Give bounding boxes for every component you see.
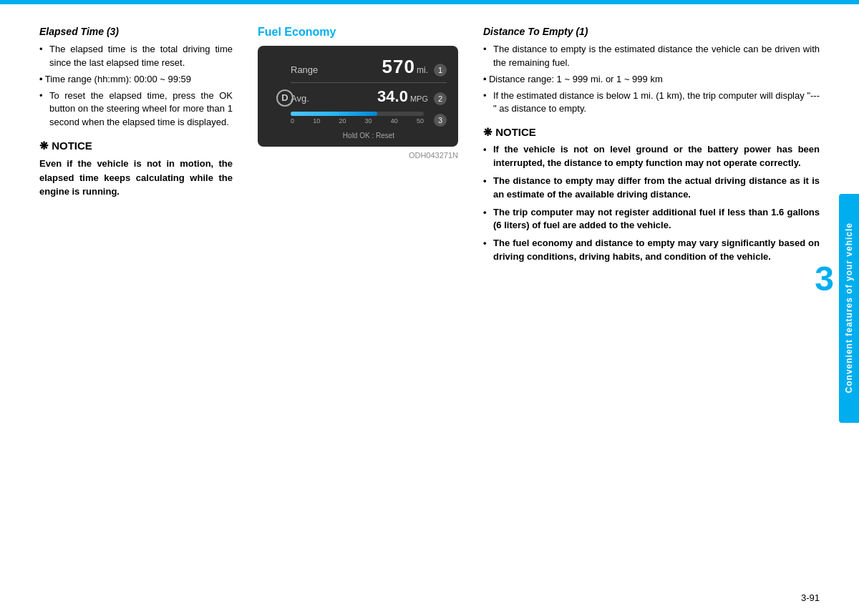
fuel-economy-title: Fuel Economy xyxy=(258,26,458,39)
hold-ok-text: Hold OK : Reset xyxy=(343,132,394,140)
circle-3: 3 xyxy=(434,114,447,127)
sidebar-text: Convenient features of your vehicle xyxy=(844,223,854,393)
bullet-1-sub: - Time range (hh:mm): 00:00 ~ 99:59 xyxy=(39,73,233,87)
elapsed-time-bullets: The elapsed time is the total driving ti… xyxy=(39,43,233,129)
page-number: 3-91 xyxy=(801,592,820,603)
avg-unit: MPG xyxy=(410,94,428,103)
distance-title: Distance To Empty (1) xyxy=(483,26,820,37)
gauge-row: 0 10 20 30 40 50 3 xyxy=(291,112,447,129)
circle-2: 2 xyxy=(434,92,447,105)
notice-right-bullets: If the vehicle is not on level ground or… xyxy=(483,143,820,264)
circle-1: 1 xyxy=(434,64,447,77)
bullet-1: The elapsed time is the total driving ti… xyxy=(39,43,233,70)
right-column: Distance To Empty (1) The distance to em… xyxy=(469,26,820,602)
fuel-avg-row: Avg. 34.0 MPG 2 xyxy=(291,87,447,106)
left-column: Elapsed Time (3) The elapsed time is the… xyxy=(39,26,247,602)
tick-40: 40 xyxy=(391,117,398,124)
elapsed-time-title: Elapsed Time (3) xyxy=(39,26,233,37)
middle-column: Fuel Economy D Range 570 mi. 1 Avg. xyxy=(247,26,469,602)
avg-value: 34.0 xyxy=(377,87,408,106)
dist-bullet-sub: - Distance range: 1 ~ 999 mi. or 1 ~ 999… xyxy=(483,73,820,87)
notice-r-2: The distance to empty may differ from th… xyxy=(483,175,820,202)
d-indicator: D xyxy=(276,89,293,107)
tick-0: 0 xyxy=(291,117,294,124)
notice-box-right: ❋ NOTICE If the vehicle is not on level … xyxy=(483,126,820,264)
tick-10: 10 xyxy=(313,117,320,124)
range-label: Range xyxy=(291,64,318,75)
notice-r-4: The fuel economy and distance to empty m… xyxy=(483,237,820,264)
notice-r-1: If the vehicle is not on level ground or… xyxy=(483,143,820,170)
gauge: 0 10 20 30 40 50 xyxy=(291,112,424,124)
bullet-2: To reset the elapsed time, press the OK … xyxy=(39,89,233,130)
dist-bullet-1: The distance to empty is the estimated d… xyxy=(483,43,820,70)
fuel-hold-reset: Hold OK : Reset xyxy=(291,132,447,140)
range-value: 570 xyxy=(382,56,415,78)
tick-50: 50 xyxy=(417,117,424,124)
dist-bullet-2: If the estimated distance is below 1 mi.… xyxy=(483,89,820,117)
notice-text-left: Even if the vehicle is not in motion, th… xyxy=(39,157,233,199)
image-code: ODH043271N xyxy=(258,151,458,160)
fuel-display: D Range 570 mi. 1 Avg. 34.0 xyxy=(258,46,458,147)
chapter-number: 3 xyxy=(815,259,834,298)
fuel-inner: Range 570 mi. 1 Avg. 34.0 MPG xyxy=(291,56,447,140)
gauge-fill xyxy=(291,112,377,116)
fuel-range-row: Range 570 mi. 1 xyxy=(291,56,447,78)
divider xyxy=(291,82,447,83)
notice-title-right: ❋ NOTICE xyxy=(483,126,820,139)
tick-30: 30 xyxy=(365,117,372,124)
notice-title-left: ❋ NOTICE xyxy=(39,140,233,152)
notice-r-3: The trip computer may not register addit… xyxy=(483,206,820,233)
notice-box-left: ❋ NOTICE Even if the vehicle is not in m… xyxy=(39,140,233,199)
distance-bullets: The distance to empty is the estimated d… xyxy=(483,43,820,116)
tick-20: 20 xyxy=(339,117,346,124)
chapter-sidebar: Convenient features of your vehicle xyxy=(839,194,859,423)
gauge-ticks: 0 10 20 30 40 50 xyxy=(291,117,424,124)
range-unit: mi. xyxy=(417,65,428,75)
gauge-bg xyxy=(291,112,424,116)
